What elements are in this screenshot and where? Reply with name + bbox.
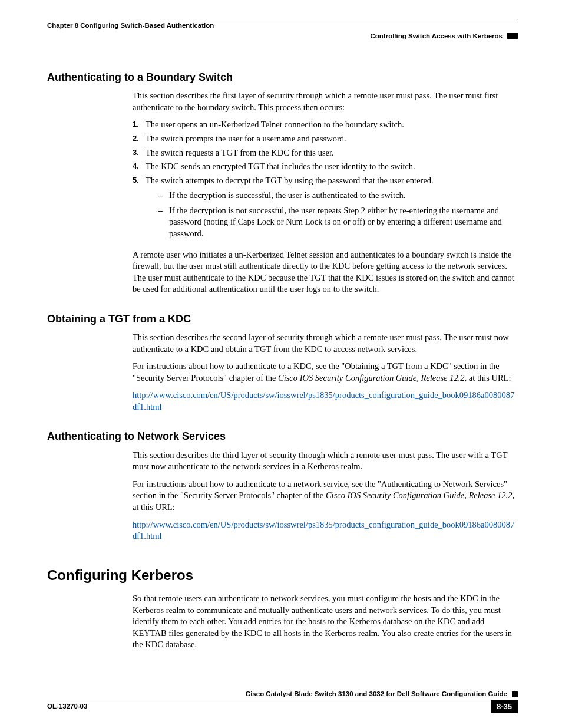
sec1-after: A remote user who initiates a un-Kerberi… — [133, 249, 518, 295]
sec3-p1: This section describes the third layer o… — [133, 450, 518, 473]
subitem-text: If the decryption is successful, the use… — [169, 190, 405, 202]
sec3-link-para: http://www.cisco.com/en/US/products/sw/i… — [133, 519, 518, 542]
heading-auth-boundary: Authenticating to a Boundary Switch — [47, 70, 518, 84]
list-item: 1.The user opens an un-Kerberized Telnet… — [133, 119, 518, 131]
footer-guide-line: Cisco Catalyst Blade Switch 3130 and 303… — [47, 690, 518, 699]
sec1-intro: This section describes the first layer o… — [133, 90, 518, 113]
list-item: 4.The KDC sends an encrypted TGT that in… — [133, 161, 518, 173]
step-text: The user opens an un-Kerberized Telnet c… — [146, 119, 404, 131]
step-text: The KDC sends an encrypted TGT that incl… — [146, 161, 415, 173]
sec2-p2: For instructions about how to authentica… — [133, 361, 518, 384]
footer-bottom-line: OL-13270-03 8-35 — [47, 700, 518, 713]
subitem-text: If the decryption is not successful, the… — [169, 205, 518, 240]
page-number: 8-35 — [491, 700, 518, 713]
step-text: The switch attempts to decrypt the TGT b… — [146, 176, 434, 185]
heading-auth-network: Authenticating to Network Services — [47, 429, 518, 443]
sec2-url-link[interactable]: http://www.cisco.com/en/US/products/sw/i… — [133, 390, 514, 411]
sec3-url-link[interactable]: http://www.cisco.com/en/US/products/sw/i… — [133, 520, 514, 541]
step-text: The switch requests a TGT from the KDC f… — [146, 147, 334, 159]
heading-configuring-kerberos: Configuring Kerberos — [47, 566, 518, 585]
header-block-icon — [507, 33, 518, 39]
running-header: Chapter 8 Configuring Switch-Based Authe… — [47, 21, 518, 31]
sec2-link-para: http://www.cisco.com/en/US/products/sw/i… — [133, 390, 518, 413]
doc-number: OL-13270-03 — [47, 702, 87, 711]
sec4-p1: So that remote users can authenticate to… — [133, 593, 518, 651]
list-item: –If the decryption is successful, the us… — [158, 190, 518, 202]
footer-block-icon — [512, 691, 518, 697]
page-footer: Cisco Catalyst Blade Switch 3130 and 303… — [47, 690, 518, 713]
list-item: 5. The switch attempts to decrypt the TG… — [133, 175, 518, 243]
step-text: The switch prompts the user for a userna… — [146, 133, 346, 145]
italic-title: Cisco IOS Security Configuration Guide, … — [326, 490, 514, 500]
guide-title: Cisco Catalyst Blade Switch 3130 and 303… — [246, 690, 507, 699]
sec3-p2: For instructions about how to authentica… — [133, 479, 518, 513]
sec4-body: So that remote users can authenticate to… — [133, 593, 518, 651]
text-run: at this URL: — [133, 502, 175, 512]
list-item: 2.The switch prompts the user for a user… — [133, 133, 518, 145]
sec1-sublist: –If the decryption is successful, the us… — [158, 190, 518, 239]
section-breadcrumb: Controlling Switch Access with Kerberos — [370, 32, 503, 41]
list-item: –If the decryption is not successful, th… — [158, 205, 518, 240]
italic-title: Cisco IOS Security Configuration Guide, … — [278, 373, 467, 383]
sec3-body: This section describes the third layer o… — [133, 450, 518, 542]
sec1-steps: 1.The user opens an un-Kerberized Telnet… — [133, 119, 518, 243]
top-rule — [47, 19, 518, 19]
sec2-body: This section describes the second layer … — [133, 332, 518, 413]
sec1-body: This section describes the first layer o… — [133, 90, 518, 295]
page: Chapter 8 Configuring Switch-Based Authe… — [0, 0, 562, 728]
sec2-p1: This section describes the second layer … — [133, 332, 518, 355]
footer-rule — [47, 699, 518, 699]
heading-tgt-kdc: Obtaining a TGT from a KDC — [47, 312, 518, 326]
chapter-label: Chapter 8 Configuring Switch-Based Authe… — [47, 21, 214, 31]
text-run: at this URL: — [467, 373, 511, 383]
running-subheader: Controlling Switch Access with Kerberos — [47, 32, 518, 41]
list-item: 3.The switch requests a TGT from the KDC… — [133, 147, 518, 159]
